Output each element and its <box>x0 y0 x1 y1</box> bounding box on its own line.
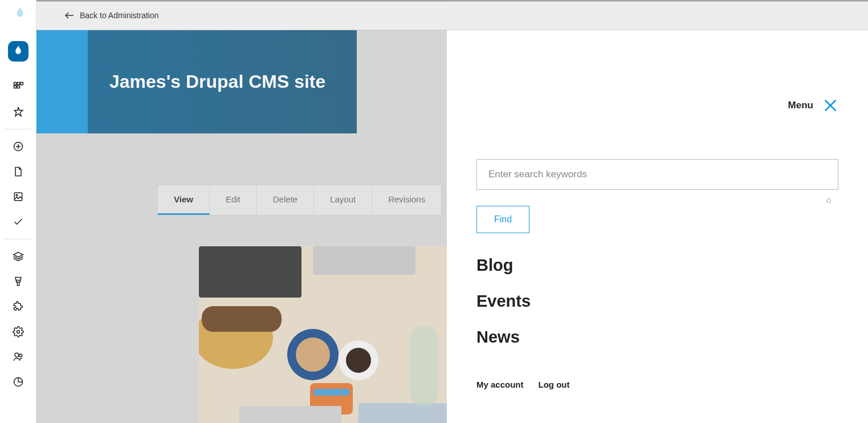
sidebar-layers-icon[interactable] <box>5 244 32 269</box>
svg-point-12 <box>15 353 19 357</box>
sidebar-people-icon[interactable] <box>5 344 32 369</box>
tab-layout[interactable]: Layout <box>314 185 372 215</box>
search-indicator-icon <box>826 198 831 203</box>
sidebar-divider <box>5 129 32 129</box>
svg-rect-2 <box>21 83 23 85</box>
search-box <box>476 159 838 190</box>
sidebar-check-icon[interactable] <box>5 209 32 234</box>
sidebar-file-icon[interactable] <box>5 159 32 184</box>
svg-point-20 <box>296 337 330 372</box>
my-account-link[interactable]: My account <box>476 380 524 389</box>
svg-rect-3 <box>14 86 16 88</box>
drupal-logo[interactable] <box>8 41 28 62</box>
header-brand: James's Drupal CMS site <box>88 30 357 133</box>
svg-point-11 <box>17 331 19 333</box>
nav-news[interactable]: News <box>476 328 838 347</box>
sidebar-add-icon[interactable] <box>5 134 32 159</box>
header-accent <box>36 30 88 133</box>
search-input[interactable] <box>476 159 838 190</box>
content-hero-image <box>199 246 447 423</box>
svg-rect-15 <box>199 246 301 298</box>
content-tabs: View Edit Delete Layout Revisions <box>157 185 442 215</box>
svg-rect-26 <box>358 403 447 423</box>
tab-revisions[interactable]: Revisions <box>372 185 442 215</box>
logout-link[interactable]: Log out <box>539 380 570 389</box>
sidebar-reports-icon[interactable] <box>5 369 32 394</box>
back-arrow-icon <box>65 11 74 19</box>
svg-rect-16 <box>313 246 415 275</box>
svg-rect-25 <box>239 406 341 423</box>
sidebar-template-icon[interactable] <box>5 269 32 294</box>
svg-marker-10 <box>13 253 23 257</box>
account-links: My account Log out <box>476 380 838 389</box>
top-bar: Back to Administration <box>36 1 868 30</box>
svg-rect-27 <box>410 326 438 406</box>
tab-edit[interactable]: Edit <box>210 185 257 215</box>
menu-panel: Menu Find Blog Events News My account Lo… <box>447 30 868 423</box>
site-header: James's Drupal CMS site <box>36 30 447 133</box>
svg-rect-18 <box>202 306 282 332</box>
svg-point-22 <box>346 348 371 373</box>
drupal-watermark-icon <box>14 6 26 24</box>
sidebar-extend-icon[interactable] <box>5 294 32 319</box>
admin-sidebar <box>0 0 36 423</box>
site-title: James's Drupal CMS site <box>109 71 325 92</box>
sidebar-dashboard-icon[interactable] <box>5 74 32 99</box>
sidebar-star-icon[interactable] <box>5 99 32 124</box>
tab-delete[interactable]: Delete <box>257 185 314 215</box>
svg-point-13 <box>19 354 22 357</box>
sidebar-settings-icon[interactable] <box>5 319 32 344</box>
find-button[interactable]: Find <box>476 206 529 233</box>
nav-events[interactable]: Events <box>476 292 838 311</box>
svg-rect-4 <box>17 86 19 88</box>
nav-blog[interactable]: Blog <box>476 256 838 275</box>
sidebar-divider <box>5 239 32 239</box>
svg-rect-1 <box>17 83 19 85</box>
menu-label: Menu <box>788 100 813 111</box>
svg-rect-0 <box>14 83 16 85</box>
nav-links: Blog Events News <box>476 256 838 347</box>
svg-point-9 <box>16 194 18 196</box>
sidebar-media-icon[interactable] <box>5 184 32 209</box>
content-area: James's Drupal CMS site View Edit Delete… <box>36 30 447 423</box>
back-label: Back to Administration <box>80 11 159 20</box>
back-to-admin-link[interactable]: Back to Administration <box>65 11 159 20</box>
close-icon <box>822 97 838 113</box>
svg-rect-8 <box>14 193 22 200</box>
menu-header: Menu <box>476 97 838 113</box>
svg-rect-24 <box>313 389 350 396</box>
tab-view[interactable]: View <box>158 185 210 215</box>
menu-close-button[interactable] <box>822 97 838 113</box>
